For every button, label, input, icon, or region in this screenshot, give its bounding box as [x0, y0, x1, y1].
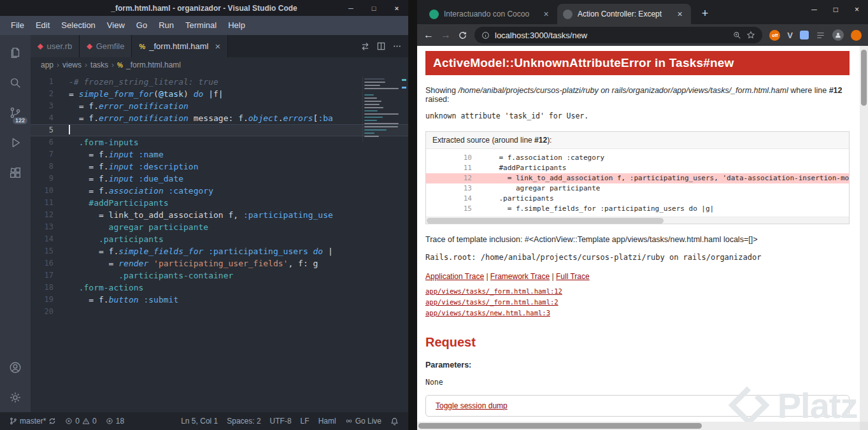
code-line-9[interactable]: 9 = f.input :due_date: [31, 173, 408, 185]
line-number[interactable]: 6: [31, 136, 69, 148]
source-horizontal-scrollbar[interactable]: [426, 217, 849, 224]
trace-tab-full-trace[interactable]: Full Trace: [556, 272, 590, 281]
more-actions-icon[interactable]: [392, 41, 402, 51]
scrollbar-thumb[interactable]: [861, 50, 867, 106]
code-line-11[interactable]: 11 #addParticipants: [31, 197, 408, 209]
open-changes-icon[interactable]: [360, 41, 370, 51]
line-number[interactable]: 10: [31, 185, 69, 197]
line-number[interactable]: 5: [31, 124, 69, 136]
account-icon[interactable]: [0, 352, 31, 382]
scrollbar-thumb[interactable]: [427, 218, 664, 224]
trace-file-link[interactable]: app/views/tasks/_form.html.haml:2: [425, 297, 850, 308]
tab-close-icon[interactable]: ×: [215, 41, 220, 51]
breadcrumb-item[interactable]: app: [41, 61, 53, 69]
source-control-icon[interactable]: 122: [0, 97, 31, 127]
editor-tab--form-html-haml[interactable]: %_form.html.haml×: [132, 35, 228, 57]
line-number[interactable]: 1: [31, 76, 69, 88]
adblock-extension-icon[interactable]: off: [769, 30, 780, 41]
trace-tab-framework-trace[interactable]: Framework Trace: [490, 272, 550, 281]
line-number[interactable]: 7: [31, 148, 69, 161]
statusbar-language[interactable]: Haml: [314, 417, 341, 426]
line-number[interactable]: 12: [31, 209, 69, 221]
line-number[interactable]: 3: [31, 100, 69, 112]
code-line-6[interactable]: 6 .form-inputs: [31, 136, 408, 148]
code-line-12[interactable]: 12 = link_to_add_association f, :partici…: [31, 209, 408, 221]
browser-tab-2[interactable]: Action Controller: Except×: [557, 4, 691, 24]
line-number[interactable]: 14: [31, 233, 69, 245]
code-line-7[interactable]: 7 = f.input :name: [31, 148, 408, 161]
code-line-10[interactable]: 10 = f.association :category: [31, 185, 408, 197]
code-line-16[interactable]: 16 = render 'participating_user_fields',…: [31, 257, 408, 269]
menu-selection[interactable]: Selection: [55, 16, 101, 35]
trace-file-link[interactable]: app/views/tasks/_form.html.haml:12: [425, 286, 850, 297]
minimap[interactable]: [362, 76, 399, 142]
menu-help[interactable]: Help: [222, 16, 251, 35]
close-button[interactable]: ×: [385, 0, 408, 16]
code-line-18[interactable]: 18 .form-actions: [31, 282, 408, 294]
line-number[interactable]: 17: [31, 269, 69, 282]
menu-view[interactable]: View: [101, 16, 131, 35]
explorer-icon[interactable]: [0, 38, 31, 68]
line-number[interactable]: 4: [31, 112, 69, 124]
breadcrumb-item[interactable]: tasks: [90, 61, 108, 69]
vertical-scrollbar[interactable]: [860, 46, 868, 422]
statusbar-branch[interactable]: master*: [5, 412, 60, 430]
code-line-19[interactable]: 19 = f.button :submit: [31, 294, 408, 306]
menu-edit[interactable]: Edit: [30, 16, 55, 35]
horizontal-scrollbar[interactable]: [417, 422, 860, 430]
toggle-session-dump-link[interactable]: Toggle session dump: [436, 401, 508, 410]
tab-close-icon[interactable]: ×: [674, 9, 685, 20]
statusbar-count[interactable]: 18: [101, 412, 129, 430]
line-number[interactable]: 2: [31, 88, 69, 100]
search-icon[interactable]: [0, 68, 31, 97]
url-text[interactable]: localhost:3000/tasks/new: [495, 31, 728, 40]
split-editor-icon[interactable]: [376, 41, 386, 51]
bookmark-star-icon[interactable]: [746, 31, 755, 39]
code-line-14[interactable]: 14 .participants: [31, 233, 408, 245]
line-number[interactable]: 15: [31, 245, 69, 257]
browser-menu-button[interactable]: [851, 30, 862, 41]
reload-button[interactable]: [458, 31, 467, 40]
menu-file[interactable]: File: [5, 16, 30, 35]
line-number[interactable]: 16: [31, 257, 69, 269]
forward-button[interactable]: →: [441, 30, 451, 40]
minimize-button[interactable]: ─: [339, 0, 362, 16]
settings-gear-icon[interactable]: [0, 382, 31, 412]
editor-tab-gemfile[interactable]: ◆Gemfile: [80, 35, 132, 57]
statusbar-problems[interactable]: 0 0: [60, 412, 101, 430]
trace-file-link[interactable]: app/views/tasks/new.html.haml:3: [425, 308, 850, 319]
code-line-13[interactable]: 13 agregar participante: [31, 221, 408, 233]
address-bar[interactable]: localhost:3000/tasks/new: [474, 27, 762, 43]
notifications-bell-icon[interactable]: [386, 417, 403, 426]
line-number[interactable]: 9: [31, 173, 69, 185]
breadcrumb-item[interactable]: _form.html.haml: [126, 61, 181, 69]
zoom-icon[interactable]: [733, 31, 741, 39]
side-panel-icon[interactable]: [816, 31, 825, 40]
code-line-8[interactable]: 8 = f.input :description: [31, 161, 408, 173]
statusbar-indentation[interactable]: Spaces: 2: [222, 417, 265, 426]
statusbar-eol[interactable]: LF: [296, 417, 314, 426]
code-line-15[interactable]: 15 = f.simple_fields_for :participating_…: [31, 245, 408, 257]
editor-tab-user-rb[interactable]: ◆user.rb: [31, 35, 80, 57]
tab-close-icon[interactable]: ×: [541, 9, 551, 20]
close-button[interactable]: ×: [855, 5, 859, 14]
trace-tab-application-trace[interactable]: Application Trace: [425, 272, 484, 281]
code-line-17[interactable]: 17 .participants-container: [31, 269, 408, 282]
extension-icon[interactable]: [800, 31, 809, 39]
extensions-icon[interactable]: [0, 157, 31, 187]
code-editor[interactable]: 1-# frozen_string_literal: true2= simple…: [31, 73, 408, 412]
line-number[interactable]: 13: [31, 221, 69, 233]
code-line-5[interactable]: 5: [31, 124, 408, 136]
statusbar-encoding[interactable]: UTF-8: [266, 417, 296, 426]
line-number[interactable]: 8: [31, 161, 69, 173]
code-line-2[interactable]: 2= simple_form_for(@task) do |f|: [31, 88, 408, 100]
back-button[interactable]: ←: [423, 30, 434, 40]
line-number[interactable]: 18: [31, 282, 69, 294]
site-info-icon[interactable]: [481, 31, 490, 39]
statusbar-go-live[interactable]: Go Live: [341, 417, 386, 426]
new-tab-button[interactable]: +: [696, 4, 714, 22]
maximize-button[interactable]: □: [834, 5, 838, 14]
scrollbar-thumb[interactable]: [418, 423, 702, 429]
code-line-4[interactable]: 4 = f.error_notification message: f.obje…: [31, 112, 408, 124]
breadcrumb-item[interactable]: views: [62, 61, 82, 69]
